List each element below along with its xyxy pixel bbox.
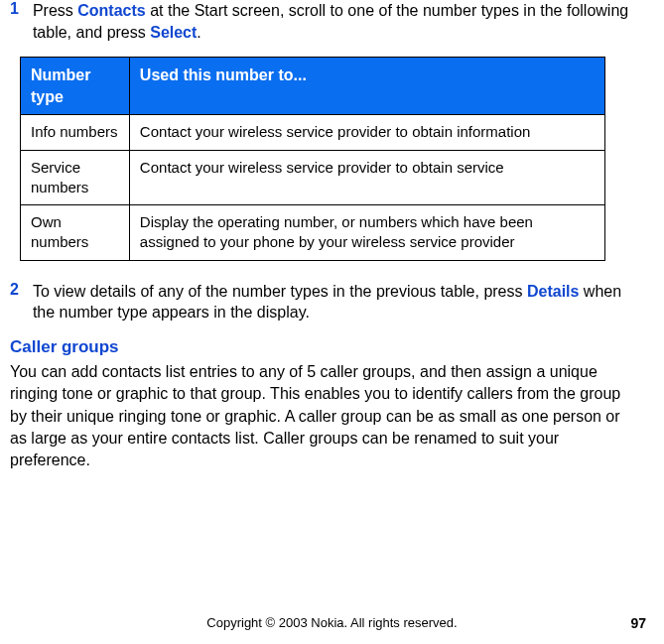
step-2: 2 To view details of any of the number t… (10, 281, 634, 323)
table-row: Own numbers Display the operating number… (21, 205, 605, 261)
table-row: Service numbers Contact your wireless se… (21, 150, 605, 205)
cell-type: Info numbers (21, 115, 130, 150)
step-number: 1 (10, 0, 19, 43)
caller-groups-heading: Caller groups (10, 337, 634, 357)
text-suffix: . (197, 24, 200, 41)
details-link: Details (527, 283, 579, 300)
cell-desc: Contact your wireless service provider t… (129, 115, 604, 150)
page-number: 97 (630, 615, 646, 631)
step-number: 2 (10, 281, 19, 323)
header-col1: Number type (21, 58, 130, 115)
table-header-row: Number type Used this number to... (21, 58, 605, 115)
step-1: 1 Press Contacts at the Start screen, sc… (10, 0, 634, 43)
page-footer: Copyright © 2003 Nokia. All rights reser… (0, 615, 664, 630)
step-2-text: To view details of any of the number typ… (33, 281, 634, 323)
copyright-text: Copyright © 2003 Nokia. All rights reser… (206, 615, 457, 630)
text-prefix: Press (33, 2, 77, 19)
header-col2: Used this number to... (129, 58, 604, 115)
cell-desc: Display the operating number, or numbers… (129, 205, 604, 261)
number-types-table: Number type Used this number to... Info … (20, 57, 605, 260)
cell-type: Service numbers (21, 150, 130, 205)
cell-desc: Contact your wireless service provider t… (129, 150, 604, 205)
text-prefix: To view details of any of the number typ… (33, 283, 527, 300)
table-row: Info numbers Contact your wireless servi… (21, 115, 605, 150)
step-1-text: Press Contacts at the Start screen, scro… (33, 0, 634, 43)
cell-type: Own numbers (21, 205, 130, 261)
caller-groups-body: You can add contacts list entries to any… (10, 361, 634, 472)
contacts-link: Contacts (77, 2, 145, 19)
select-link: Select (150, 24, 197, 41)
